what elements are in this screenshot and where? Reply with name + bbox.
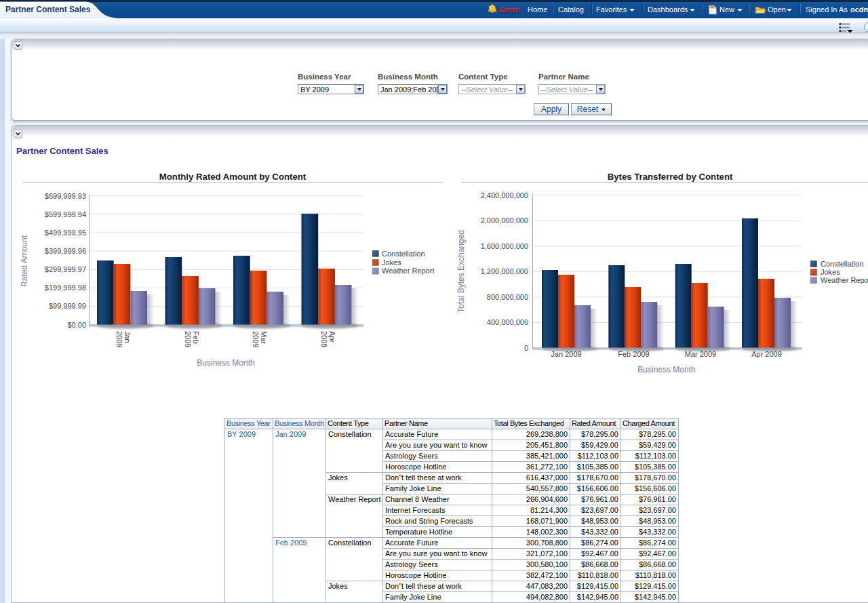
svg-text:$199,999.98: $199,999.98	[45, 284, 86, 292]
svg-text:400,000,000: 400,000,000	[487, 318, 528, 326]
svg-text:Apr2009: Apr2009	[320, 331, 336, 347]
svg-text:$99,999.99: $99,999.99	[49, 302, 86, 310]
svg-text:Mar 2009: Mar 2009	[685, 350, 716, 358]
svg-text:800,000,000: 800,000,000	[487, 293, 528, 301]
svg-text:$399,999.96: $399,999.96	[45, 247, 86, 255]
svg-text:Weather Report: Weather Report	[821, 276, 868, 284]
svg-text:1,600,000,000: 1,600,000,000	[481, 242, 528, 250]
svg-text:$699,999.93: $699,999.93	[45, 192, 86, 200]
svg-text:$599,999.94: $599,999.94	[45, 210, 86, 218]
svg-text:Business Month: Business Month	[197, 358, 254, 368]
svg-text:Total Bytes Exchanged: Total Bytes Exchanged	[456, 230, 466, 313]
svg-text:Mar2009: Mar2009	[252, 331, 268, 347]
svg-text:$499,999.95: $499,999.95	[45, 229, 86, 237]
svg-text:Jan2009: Jan2009	[115, 331, 132, 347]
svg-text:Bytes Transferred by Content: Bytes Transferred by Content	[608, 172, 733, 182]
svg-text:Apr 2009: Apr 2009	[751, 350, 782, 358]
svg-text:$299,999.97: $299,999.97	[45, 265, 86, 273]
svg-text:Weather Report: Weather Report	[382, 267, 434, 275]
svg-text:2,000,000,000: 2,000,000,000	[481, 216, 528, 225]
svg-text:$0.00: $0.00	[67, 321, 86, 329]
svg-text:Feb 2009: Feb 2009	[618, 350, 649, 358]
svg-text:Constellation: Constellation	[382, 250, 425, 258]
svg-text:Rated Amount: Rated Amount	[20, 235, 29, 287]
svg-text:2,400,000,000: 2,400,000,000	[481, 191, 528, 199]
svg-text:1,200,000,000: 1,200,000,000	[481, 267, 528, 275]
svg-text:Monthly Rated Amount by Conten: Monthly Rated Amount by Content	[159, 172, 307, 182]
svg-text:Feb2009: Feb2009	[184, 331, 200, 347]
svg-text:Business Month: Business Month	[637, 365, 695, 374]
svg-text:Jan 2009: Jan 2009	[551, 350, 581, 358]
svg-text:Jokes: Jokes	[821, 268, 840, 276]
svg-text:0: 0	[524, 344, 528, 352]
svg-text:Jokes: Jokes	[382, 258, 401, 267]
svg-text:Constellation: Constellation	[821, 260, 864, 268]
